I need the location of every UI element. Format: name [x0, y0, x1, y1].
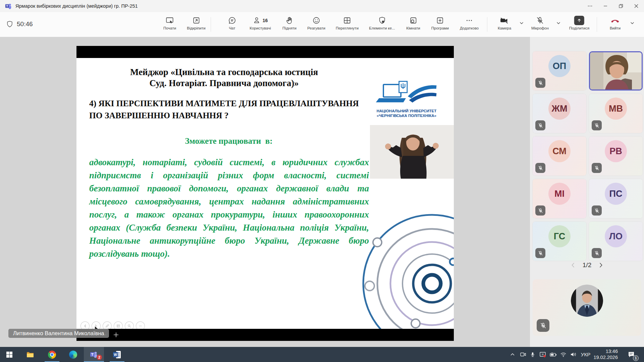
control-elements-button[interactable]: Елементи ке...: [369, 16, 395, 30]
page-next-icon[interactable]: [598, 262, 603, 268]
participant-tile[interactable]: ЛО: [589, 222, 643, 261]
participants-count: 16: [263, 18, 268, 23]
leave-button[interactable]: Вийти: [610, 16, 621, 30]
avatar: ГС: [548, 225, 571, 247]
tray-time: 13:46: [593, 348, 618, 354]
windows-taskbar: 2 W УКР 13:46: [0, 347, 644, 362]
mouse-cursor: [94, 325, 100, 329]
smiley-icon: [312, 16, 321, 25]
participant-video-tile[interactable]: [589, 51, 643, 90]
breakout-rooms-icon: [409, 16, 418, 25]
mic-options-chevron[interactable]: [556, 21, 561, 27]
share-button[interactable]: Поділитися: [569, 16, 589, 30]
participant-tile[interactable]: ОП: [533, 51, 586, 90]
mic-muted-icon: [535, 205, 545, 216]
tray-speaker-icon[interactable]: [568, 347, 578, 362]
slide-title-line1: Мейджор «Цивільна та господарська юстиці…: [90, 67, 358, 78]
presentation-slide: Мейджор «Цивільна та господарська юстиці…: [76, 58, 454, 329]
tray-language-indicator[interactable]: УКР: [579, 347, 592, 362]
self-avatar-photo: [571, 285, 603, 317]
add-app-icon: [436, 16, 444, 25]
raise-hand-button[interactable]: Підняти: [282, 16, 297, 30]
teams-app-icon: [5, 2, 12, 10]
microphone-button[interactable]: Мікрофон: [531, 16, 549, 30]
avatar: МІ: [548, 183, 571, 205]
word-icon[interactable]: W: [110, 347, 124, 362]
slideshow-prev-button[interactable]: [80, 321, 90, 329]
close-button[interactable]: [629, 0, 644, 12]
tray-camera-icon[interactable]: [518, 347, 528, 362]
presenter-name-label: Литвиненко Валентина Миколаївна: [8, 329, 109, 338]
presentation-bottom-bar: [76, 329, 454, 341]
tray-mic-icon[interactable]: [528, 347, 537, 362]
self-video-tile[interactable]: [533, 279, 641, 336]
more-actions-button[interactable]: Додатково: [460, 16, 479, 30]
unpin-button[interactable]: Відкріпити: [187, 16, 205, 30]
participant-tile[interactable]: МВ: [589, 94, 643, 133]
participant-tile[interactable]: ГС: [533, 222, 586, 261]
participant-tile[interactable]: СМ: [533, 136, 586, 176]
restore-button[interactable]: [613, 0, 629, 12]
meeting-toolbar: 50:46 Почати Відкріпити Чат 16 Користува…: [0, 12, 644, 37]
participants-button[interactable]: 16 Користувачі: [250, 16, 271, 30]
zoom-in-icon[interactable]: [113, 331, 119, 338]
meeting-timer: 50:46: [6, 20, 33, 28]
ellipsis-icon: [465, 16, 474, 25]
tray-chevron-up-icon[interactable]: [507, 347, 518, 362]
mic-muted-icon: [592, 163, 602, 173]
start-presenting-button[interactable]: Почати: [163, 16, 176, 30]
chrome-icon[interactable]: [45, 347, 59, 362]
page-prev-icon[interactable]: [571, 262, 576, 268]
tray-battery-icon[interactable]: [548, 347, 558, 362]
file-explorer-icon[interactable]: [23, 347, 37, 362]
react-button[interactable]: Реагувати: [307, 16, 325, 30]
camera-options-chevron[interactable]: [519, 21, 524, 27]
mic-muted-icon: [535, 78, 545, 88]
share-up-arrow-icon: [574, 16, 584, 25]
webcam-video: [590, 52, 643, 90]
participant-tile[interactable]: РВ: [589, 136, 643, 176]
slideshow-pen-button[interactable]: [103, 321, 112, 329]
mic-off-icon: [536, 16, 544, 25]
slide-subheading: Зможете працювати в:: [89, 136, 368, 146]
tray-cast-icon[interactable]: [538, 347, 548, 362]
tray-wifi-icon[interactable]: [558, 347, 568, 362]
slide-title: Мейджор «Цивільна та господарська юстиці…: [90, 67, 358, 89]
mic-muted-icon: [535, 163, 545, 173]
participant-tile[interactable]: МІ: [533, 179, 586, 218]
pagination-label: 1/2: [583, 261, 591, 269]
avatar: ПС: [605, 183, 627, 205]
slideshow-zoom-button[interactable]: [125, 321, 134, 329]
avatar: ЛО: [605, 225, 627, 247]
timer-value: 50:46: [17, 20, 33, 28]
participant-tile[interactable]: ПС: [589, 179, 643, 218]
participant-tile[interactable]: ЖМ: [533, 94, 586, 133]
edge-icon[interactable]: [66, 347, 80, 362]
apps-button[interactable]: Програми: [431, 16, 449, 30]
mic-muted-icon: [592, 248, 602, 258]
university-logo: НАЦІОНАЛЬНИЙ УНІВЕРСИТЕТ «ЧЕРНІГІВСЬКА П…: [367, 80, 446, 118]
tray-clock[interactable]: 13:46 19.02.2026: [593, 348, 618, 360]
start-button[interactable]: [3, 347, 16, 362]
mic-muted-icon: [537, 319, 549, 332]
avatar: ОП: [548, 55, 571, 77]
minimize-button[interactable]: [598, 0, 613, 12]
toolbar-divider: [487, 17, 487, 32]
avatar: ЖМ: [548, 98, 571, 120]
slideshow-more-button[interactable]: [136, 321, 145, 329]
teams-taskbar-icon[interactable]: 2: [84, 347, 104, 362]
titlebar-more-icon[interactable]: [582, 0, 598, 12]
rooms-button[interactable]: Кімнати: [406, 16, 420, 30]
view-button[interactable]: Переглянути: [336, 16, 359, 30]
slideshow-slides-button[interactable]: [114, 321, 123, 329]
teams-meeting-window: Ярмарок вибіркових дисциплін (мейджори) …: [0, 0, 644, 362]
toolbar-divider: [597, 17, 597, 32]
window-titlebar: Ярмарок вибіркових дисциплін (мейджори) …: [0, 0, 644, 12]
chat-button[interactable]: Чат: [228, 16, 236, 30]
chat-icon: [228, 16, 236, 25]
avatar: РВ: [605, 140, 627, 162]
camera-button[interactable]: Камера: [498, 16, 511, 30]
action-center-icon[interactable]: 1: [624, 347, 639, 362]
leave-options-chevron[interactable]: [630, 21, 635, 27]
circles-decoration: [336, 212, 454, 329]
